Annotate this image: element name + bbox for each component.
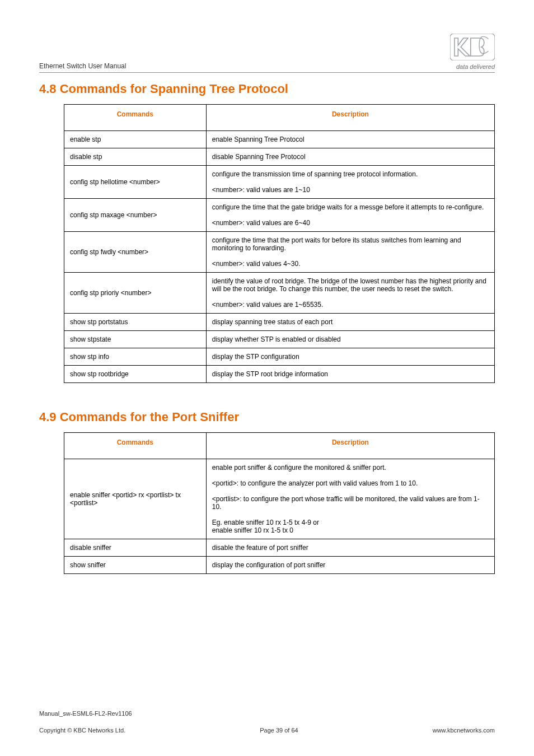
table-body-48: enable stpenable Spanning Tree Protocold… [64,131,495,383]
col-commands-header: Commands [64,105,207,131]
footer-copyright: Copyright © KBC Networks Ltd. [39,727,125,734]
description-cell: enable port sniffer & configure the moni… [206,459,494,539]
command-cell: disable stp [64,148,207,166]
description-text: enable Spanning Tree Protocol [212,136,489,143]
description-text: display whether STP is enabled or disabl… [212,335,489,343]
table-row: disable stpdisable Spanning Tree Protoco… [64,148,495,166]
table-row: enable sniffer <portid> rx <portlist> tx… [64,459,495,539]
table-row: show stpstatedisplay whether STP is enab… [64,331,495,348]
description-text: configure the transmission time of spann… [212,170,489,178]
description-text: <number>: valid values are 6~40 [212,219,489,227]
description-cell: configure the transmission time of spann… [206,166,494,199]
table-body-49: enable sniffer <portid> rx <portlist> tx… [64,459,495,574]
description-text: <number>: valid values are 1~10 [212,186,489,194]
kbc-logo-icon [450,34,495,60]
description-cell: disable Spanning Tree Protocol [206,148,494,166]
description-text: configure the time that the port waits f… [212,236,489,252]
manual-title: Ethernet Switch User Manual [39,62,126,70]
description-cell: identify the value of root bridge. The b… [206,273,494,314]
table-row: disable snifferdisable the feature of po… [64,539,495,557]
table-row: show snifferdisplay the configuration of… [64,557,495,574]
command-cell: show stp portstatus [64,314,207,331]
command-cell: enable stp [64,131,207,148]
description-cell: disable the feature of port sniffer [206,539,494,557]
page-header: Ethernet Switch User Manual data deliver… [39,34,495,73]
command-cell: config stp prioriy <number> [64,273,207,314]
description-cell: configure the time that the port waits f… [206,232,494,273]
description-cell: configure the time that the gate bridge … [206,199,494,232]
col-commands-header: Commands [64,433,207,459]
command-cell: enable sniffer <portid> rx <portlist> tx… [64,459,207,539]
description-text: display the configuration of port sniffe… [212,561,489,569]
description-text: display the STP root bridge information [212,370,489,378]
table-row: show stp infodisplay the STP configurati… [64,348,495,366]
table-row: enable stpenable Spanning Tree Protocol [64,131,495,148]
table-row: show stp rootbridgedisplay the STP root … [64,366,495,383]
description-text: <portlist>: to configure the port whose … [212,495,489,511]
command-cell: show stp info [64,348,207,366]
description-cell: display the STP configuration [206,348,494,366]
description-text: display spanning tree status of each por… [212,318,489,326]
footer-page-number: Page 39 of 64 [260,727,298,734]
description-text: identify the value of root bridge. The b… [212,277,489,293]
logo-block: data delivered [450,34,495,70]
description-text: Eg. enable sniffer 10 rx 1-5 tx 4-9 or e… [212,519,489,534]
page-footer: Manual_sw-ESML6-FL2-Rev1106 Copyright © … [39,710,495,734]
table-spanning-tree-commands: Commands Description enable stpenable Sp… [64,104,495,383]
command-cell: show stpstate [64,331,207,348]
svg-rect-0 [450,34,495,60]
description-text: <portid>: to configure the analyzer port… [212,479,489,487]
description-text: disable the feature of port sniffer [212,544,489,552]
description-cell: display the configuration of port sniffe… [206,557,494,574]
description-cell: display spanning tree status of each por… [206,314,494,331]
description-text: disable Spanning Tree Protocol [212,153,489,161]
command-cell: config stp fwdly <number> [64,232,207,273]
footer-url: www.kbcnetworks.com [433,727,495,734]
command-cell: disable sniffer [64,539,207,557]
logo-tagline: data delivered [450,63,495,70]
section-4-8-title: 4.8 Commands for Spanning Tree Protocol [39,82,495,96]
table-row: config stp maxage <number>configure the … [64,199,495,232]
description-cell: enable Spanning Tree Protocol [206,131,494,148]
description-text: display the STP configuration [212,353,489,361]
section-4-9-title: 4.9 Commands for the Port Sniffer [39,410,495,424]
table-row: config stp prioriy <number> identify the… [64,273,495,314]
description-text: enable port sniffer & configure the moni… [212,464,489,472]
table-port-sniffer-commands: Commands Description enable sniffer <por… [64,432,495,574]
description-text: <number>: valid values 4~30. [212,260,489,268]
command-cell: show stp rootbridge [64,366,207,383]
description-text: <number>: valid values are 1~65535. [212,301,489,309]
footer-manual-id: Manual_sw-ESML6-FL2-Rev1106 [39,710,495,717]
description-cell: display whether STP is enabled or disabl… [206,331,494,348]
command-cell: config stp hellotime <number> [64,166,207,199]
col-description-header: Description [206,433,494,459]
description-text: configure the time that the gate bridge … [212,203,489,211]
command-cell: show sniffer [64,557,207,574]
table-row: config stp fwdly <number>configure the t… [64,232,495,273]
description-cell: display the STP root bridge information [206,366,494,383]
table-row: config stp hellotime <number>configure t… [64,166,495,199]
command-cell: config stp maxage <number> [64,199,207,232]
table-row: show stp portstatusdisplay spanning tree… [64,314,495,331]
col-description-header: Description [206,105,494,131]
